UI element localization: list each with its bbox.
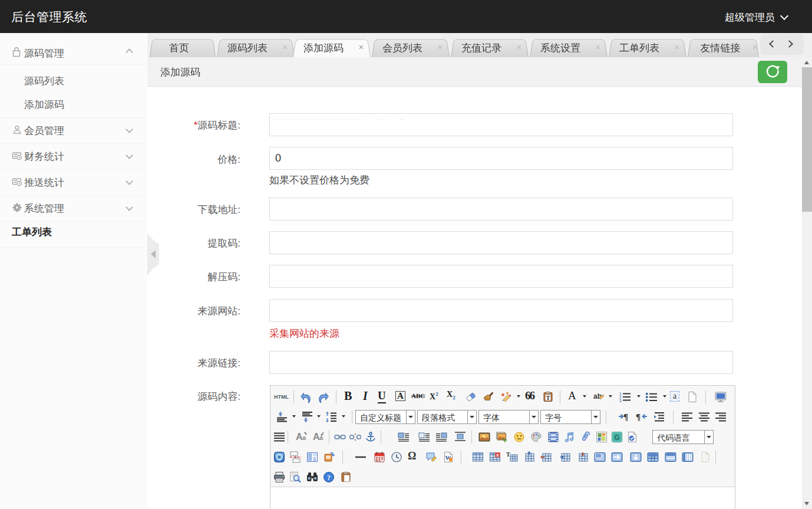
svg-text:?: ? (327, 474, 331, 482)
svg-text:3: 3 (619, 399, 622, 403)
svg-text:x: x (496, 452, 499, 458)
svg-text:¶: ¶ (636, 412, 641, 422)
svg-text:G: G (614, 434, 619, 442)
svg-text:a: a (302, 434, 306, 441)
svg-text:T: T (506, 451, 510, 458)
svg-text:T: T (546, 395, 550, 401)
svg-text:¶: ¶ (623, 412, 628, 422)
